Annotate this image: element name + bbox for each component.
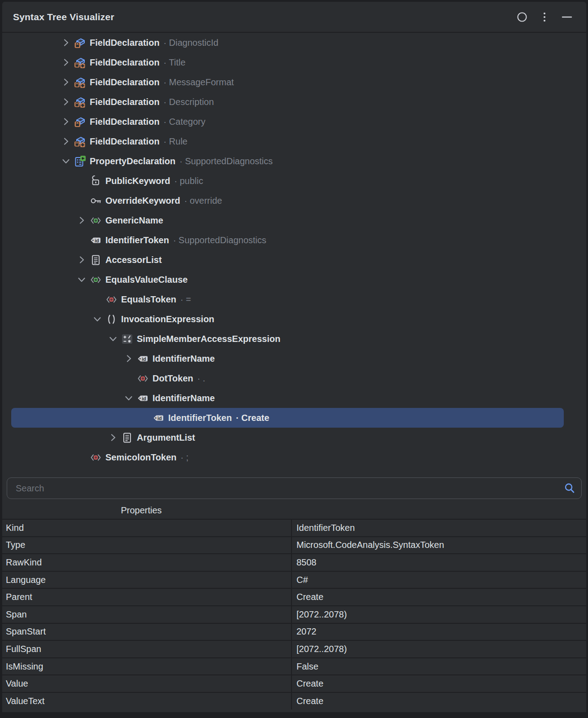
- tree-node-label: IdentifierName: [152, 393, 215, 403]
- property-row[interactable]: KindIdentifierToken: [2, 519, 586, 536]
- chevron-none: [139, 412, 152, 424]
- chevron-right-icon[interactable]: [61, 116, 74, 127]
- lock-open-icon: [90, 175, 102, 187]
- property-name: ValueText: [2, 693, 292, 709]
- tree-node-label: GenericName: [105, 215, 163, 226]
- chevron-down-icon[interactable]: [123, 392, 137, 404]
- field-lock-diamond-icon: [74, 136, 86, 147]
- chevron-none: [123, 372, 137, 384]
- chevron-none: [76, 451, 90, 463]
- chevron-right-icon[interactable]: [76, 254, 90, 266]
- tree-node-label: FieldDeclaration: [90, 77, 160, 88]
- property-name: Kind: [2, 520, 292, 536]
- tree-row[interactable]: FieldDeclaration· Title: [2, 53, 586, 72]
- list-icon: [121, 432, 133, 443]
- chevron-right-icon[interactable]: [61, 136, 74, 147]
- chevron-right-icon[interactable]: [76, 215, 90, 226]
- minimize-icon[interactable]: [559, 9, 575, 25]
- field-lock-diamond-icon: [74, 57, 86, 68]
- property-row[interactable]: LanguageC#: [2, 571, 586, 588]
- property-name: Span: [2, 606, 292, 623]
- property-value: Microsoft.CodeAnalysis.SyntaxToken: [292, 537, 586, 554]
- chevron-right-icon[interactable]: [61, 37, 74, 48]
- list-icon: [90, 254, 102, 266]
- tree-node-label: FieldDeclaration: [90, 38, 160, 48]
- property-name: Parent: [2, 589, 292, 605]
- tree-row[interactable]: PropertyDeclaration· SupportedDiagnostic…: [2, 151, 586, 171]
- svg-text:id: id: [157, 415, 162, 420]
- tree-node-suffix: · override: [184, 196, 222, 206]
- tree-row[interactable]: ArgumentList: [2, 428, 586, 447]
- property-row[interactable]: FullSpan[2072..2078): [2, 640, 586, 657]
- chevron-right-icon[interactable]: [61, 76, 74, 88]
- property-row[interactable]: ValueCreate: [2, 674, 586, 692]
- tree-row[interactable]: EqualsToken· =: [2, 289, 586, 309]
- tree-row[interactable]: idIdentifierName: [2, 349, 586, 368]
- angle-red-icon: [90, 451, 102, 463]
- tree-node-label: SimpleMemberAccessExpression: [137, 334, 280, 344]
- chevron-right-icon[interactable]: [61, 57, 74, 68]
- property-row[interactable]: Span[2072..2078): [2, 605, 586, 623]
- svg-text:id: id: [142, 395, 146, 401]
- tree-row[interactable]: FieldDeclaration· MessageFormat: [2, 72, 586, 92]
- chevron-none: [76, 234, 90, 246]
- tree-row[interactable]: FieldDeclaration· Rule: [2, 131, 586, 151]
- property-value: Create: [292, 675, 586, 692]
- chevron-right-icon[interactable]: [108, 432, 121, 443]
- tree-node-suffix: · MessageFormat: [164, 77, 234, 88]
- tree-row[interactable]: FieldDeclaration· Category: [2, 112, 586, 131]
- property-row[interactable]: IsMissingFalse: [2, 657, 586, 675]
- titlebar: Syntax Tree Visualizer: [2, 2, 586, 33]
- angle-red-icon: [105, 293, 118, 305]
- search-icon: [563, 482, 576, 495]
- svg-text:id: id: [95, 237, 99, 243]
- tree-row[interactable]: FieldDeclaration· DiagnosticId: [2, 33, 586, 53]
- tree-node-label: IdentifierToken: [168, 413, 232, 423]
- tree-row[interactable]: SimpleMemberAccessExpression: [2, 329, 586, 349]
- field-lock-diamond-icon: [74, 76, 86, 88]
- tree-node-label: DotToken: [152, 373, 193, 384]
- kebab-menu-icon[interactable]: [537, 9, 552, 25]
- id-tag-icon: id: [152, 412, 165, 424]
- tree-node-label: IdentifierName: [152, 354, 215, 364]
- chevron-right-icon[interactable]: [61, 96, 74, 108]
- chevron-down-icon[interactable]: [76, 274, 90, 285]
- locate-icon[interactable]: [514, 9, 530, 25]
- search-input[interactable]: [7, 477, 582, 499]
- tree-row[interactable]: GenericName: [2, 210, 586, 230]
- tree-row[interactable]: idIdentifierToken· Create: [11, 408, 564, 428]
- property-value: Create: [292, 693, 586, 709]
- tree-row[interactable]: FieldDeclaration· Description: [2, 92, 586, 112]
- property-value: IdentifierToken: [292, 520, 586, 536]
- tree-row[interactable]: idIdentifierToken· SupportedDiagnostics: [2, 230, 586, 250]
- chevron-down-icon[interactable]: [92, 313, 105, 325]
- property-row[interactable]: ValueTextCreate: [2, 692, 586, 709]
- chevron-down-icon[interactable]: [61, 155, 74, 167]
- tree-row[interactable]: SemicolonToken· ;: [2, 447, 586, 467]
- parens-icon: [105, 313, 118, 325]
- tree-row[interactable]: DotToken· .: [2, 368, 586, 388]
- syntax-tree: FieldDeclaration· DiagnosticId FieldDecl…: [2, 33, 586, 467]
- tree-row[interactable]: EqualsValueClause: [2, 270, 586, 289]
- angle-red-icon: [137, 372, 149, 384]
- panel-title: Syntax Tree Visualizer: [13, 12, 114, 22]
- chevron-right-icon[interactable]: [123, 353, 137, 364]
- chevron-down-icon[interactable]: [108, 333, 121, 345]
- tree-node-suffix: · public: [174, 176, 203, 186]
- tree-node-label: SemicolonToken: [105, 452, 177, 463]
- property-row[interactable]: SpanStart2072: [2, 623, 586, 640]
- chevron-none: [92, 293, 105, 305]
- property-value: False: [292, 658, 586, 675]
- property-value: 2072: [292, 624, 586, 640]
- tree-row[interactable]: OverrideKeyword· override: [2, 191, 586, 210]
- tree-row[interactable]: PublicKeyword· public: [2, 171, 586, 191]
- key-icon: [90, 195, 102, 206]
- property-value: 8508: [292, 554, 586, 571]
- tree-row[interactable]: AccessorList: [2, 250, 586, 270]
- property-row[interactable]: TypeMicrosoft.CodeAnalysis.SyntaxToken: [2, 536, 586, 554]
- tree-row[interactable]: InvocationExpression: [2, 309, 586, 329]
- property-row[interactable]: ParentCreate: [2, 588, 586, 605]
- tree-node-label: IdentifierToken: [105, 235, 169, 245]
- tree-row[interactable]: idIdentifierName: [2, 388, 586, 408]
- property-row[interactable]: RawKind8508: [2, 553, 586, 571]
